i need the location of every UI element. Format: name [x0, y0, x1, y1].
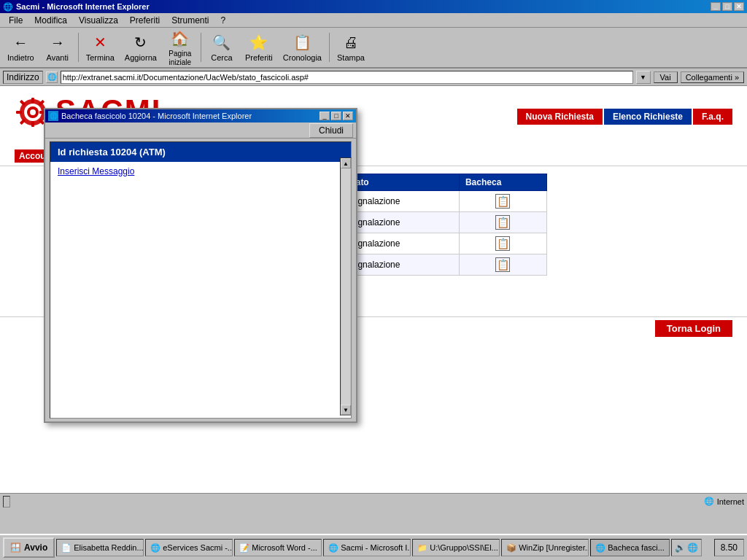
taskbar-item-5[interactable]: 📦 WinZip [Unregister...	[501, 539, 589, 556]
taskbar-label-4: U:\Gruppo\SSI\El...	[430, 543, 498, 552]
back-btn[interactable]: ← Indietro	[3, 30, 39, 64]
forward-icon: →	[47, 31, 69, 53]
menu-help[interactable]: ?	[215, 14, 232, 27]
print-btn[interactable]: 🖨 Stampa	[333, 30, 369, 64]
scroll-down-btn[interactable]: ▼	[341, 405, 351, 415]
history-btn[interactable]: 📋 Cronologia	[279, 30, 326, 64]
favorites-label: Preferiti	[245, 53, 273, 63]
home-label: Paginainiziale	[169, 50, 191, 67]
refresh-icon: ↻	[130, 31, 152, 53]
refresh-label: Aggiorna	[125, 53, 157, 63]
scroll-up-btn[interactable]: ▲	[341, 158, 351, 168]
modal-title-buttons: _ □ ✕	[320, 112, 353, 120]
modal-title-bar: 🌐 Bacheca fascicolo 10204 - Microsoft In…	[45, 109, 356, 122]
scroll-track	[341, 168, 350, 405]
taskbar-label-6: Bacheca fasci...	[608, 543, 665, 552]
taskbar-label-1: eServices Sacmi -...	[163, 543, 233, 552]
taskbar-item-3[interactable]: 🌐 Sacmi - Microsoft I...	[323, 539, 411, 556]
back-icon: ←	[9, 31, 31, 53]
modal-close-button[interactable]: Chiudi	[309, 123, 353, 138]
taskbar-item-4[interactable]: 📁 U:\Gruppo\SSI\El...	[412, 539, 500, 556]
taskbar-item-6[interactable]: 🌐 Bacheca fasci...	[590, 539, 670, 556]
taskbar: 🪟 Avvio 📄 Elisabetta Reddin... 🌐 eServic…	[0, 534, 747, 560]
home-btn[interactable]: 🏠 Paginainiziale	[163, 26, 198, 69]
taskbar-label-0: Elisabetta Reddin...	[74, 543, 143, 552]
volume-icon: 🔊	[675, 542, 686, 553]
forward-label: Avanti	[47, 53, 69, 63]
sacmi-page: eServicz	[0, 86, 747, 493]
menu-visualizza[interactable]: Visualizza	[73, 14, 124, 27]
status-bar: 🌐 Internet	[0, 493, 747, 509]
internet-label: Internet	[717, 497, 744, 506]
modal-icon: 🌐	[48, 111, 58, 121]
search-btn[interactable]: 🔍 Cerca	[204, 30, 239, 64]
favorites-btn[interactable]: ⭐ Preferiti	[241, 30, 277, 64]
modal-window: 🌐 Bacheca fascicolo 10204 - Microsoft In…	[44, 108, 357, 423]
separator-3	[329, 33, 330, 62]
taskbar-icon-5: 📦	[506, 543, 516, 553]
menu-modifica[interactable]: Modifica	[28, 14, 73, 27]
menu-bar: File Modifica Visualizza Preferiti Strum…	[0, 13, 747, 28]
taskbar-icon-2: 📝	[239, 543, 249, 553]
taskbar-icon-3: 🌐	[328, 543, 338, 553]
modal-scrollbar: ▲ ▼	[340, 158, 352, 416]
taskbar-label-5: WinZip [Unregister...	[519, 543, 589, 552]
address-bar: Indirizzo 🌐 http://extranet.sacmi.it/Doc…	[0, 69, 747, 86]
go-btn[interactable]: Vai	[654, 71, 678, 83]
modal-restore-btn[interactable]: □	[331, 112, 341, 120]
history-icon: 📋	[291, 31, 313, 53]
modal-toolbar: Chiudi	[45, 122, 356, 139]
separator-2	[201, 33, 201, 62]
restore-btn[interactable]: □	[722, 2, 732, 11]
taskbar-icon-1: 🌐	[150, 543, 160, 553]
menu-preferiti[interactable]: Preferiti	[124, 14, 166, 27]
modal-close-btn-title[interactable]: ✕	[343, 112, 353, 120]
clock: 8.50	[714, 539, 744, 556]
taskbar-item-0[interactable]: 📄 Elisabetta Reddin...	[56, 539, 144, 556]
search-icon: 🔍	[211, 31, 233, 53]
start-button[interactable]: 🪟 Avvio	[3, 537, 55, 558]
taskbar-label-3: Sacmi - Microsoft I...	[341, 543, 411, 552]
sys-tray: 🔊 🌐	[671, 539, 702, 556]
status-internet: 🌐 Internet	[704, 497, 744, 506]
address-icon: 🌐	[46, 71, 58, 83]
print-icon: 🖨	[340, 31, 362, 53]
modal-content: Id richiesta 10204 (ATM) Inserisci Messa…	[50, 141, 352, 419]
separator-1	[78, 33, 79, 62]
modal-minimize-btn[interactable]: _	[320, 112, 330, 120]
print-label: Stampa	[337, 53, 365, 63]
modal-overlay: 🌐 Bacheca fascicolo 10204 - Microsoft In…	[0, 86, 747, 493]
address-dropdown[interactable]: ▼	[636, 71, 651, 84]
menu-strumenti[interactable]: Strumenti	[166, 14, 214, 27]
links-btn[interactable]: Collegamenti »	[681, 71, 744, 83]
taskbar-item-1[interactable]: 🌐 eServices Sacmi -...	[145, 539, 233, 556]
title-bar: 🌐 Sacmi - Microsoft Internet Explorer _ …	[0, 0, 747, 13]
stop-label: Termina	[86, 53, 115, 63]
refresh-btn[interactable]: ↻ Aggiorna	[120, 30, 161, 64]
status-text	[3, 496, 10, 508]
internet-icon: 🌐	[704, 497, 714, 506]
back-label: Indietro	[7, 53, 34, 63]
title-bar-buttons: _ □ ✕	[711, 2, 744, 11]
forward-btn[interactable]: → Avanti	[40, 30, 75, 64]
menu-file[interactable]: File	[3, 14, 28, 27]
toolbar: ← Indietro → Avanti ✕ Termina ↻ Aggiorna…	[0, 28, 747, 69]
address-label: Indirizzo	[3, 71, 43, 84]
taskbar-item-2[interactable]: 📝 Microsoft Word -...	[234, 539, 322, 556]
stop-btn[interactable]: ✕ Termina	[82, 30, 119, 64]
modal-content-wrapper: Id richiesta 10204 (ATM) Inserisci Messa…	[47, 141, 355, 419]
insert-message-link[interactable]: Inserisci Messaggio	[50, 162, 351, 181]
taskbar-label-2: Microsoft Word -...	[252, 543, 317, 552]
close-btn[interactable]: ✕	[734, 2, 744, 11]
history-label: Cronologia	[283, 53, 322, 63]
start-icon: 🪟	[10, 542, 21, 553]
address-input[interactable]: http://extranet.sacmi.it/Documentazione/…	[61, 71, 633, 84]
minimize-btn[interactable]: _	[711, 2, 721, 11]
taskbar-icon-4: 📁	[417, 543, 427, 553]
home-icon: 🏠	[169, 28, 191, 50]
modal-title-text: Bacheca fascicolo 10204 - Microsoft Inte…	[61, 112, 252, 120]
content-area: eServicz	[0, 86, 747, 493]
browser-icon: 🌐	[3, 2, 13, 12]
favorites-icon: ⭐	[248, 31, 270, 53]
taskbar-icon-6: 🌐	[595, 543, 605, 553]
